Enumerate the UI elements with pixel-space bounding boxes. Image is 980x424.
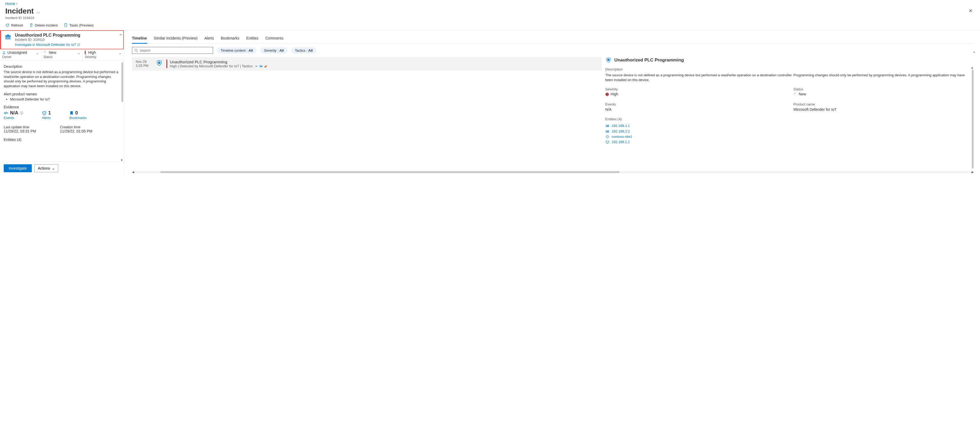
device-icon <box>605 140 609 144</box>
investigate-button[interactable]: Investigate <box>4 164 32 172</box>
collapse-left-icon[interactable]: « <box>120 32 122 36</box>
external-link-icon <box>77 43 80 46</box>
evidence-events[interactable]: N/A i Events <box>4 110 23 120</box>
svg-rect-29 <box>606 130 609 132</box>
svg-point-11 <box>135 49 137 51</box>
description-text: The source device is not defined as a pr… <box>4 70 120 88</box>
chevron-down-icon[interactable]: ⌄ <box>77 51 80 55</box>
svg-rect-30 <box>606 131 608 131</box>
svg-rect-34 <box>606 141 609 143</box>
tactic-lateral-icon <box>255 64 258 68</box>
evidence-bookmarks[interactable]: 0 Bookmarks <box>70 110 87 120</box>
toolbar: Refresh Delete incident Tasks (Preview) <box>0 22 980 30</box>
last-update-label: Last update time <box>4 125 36 129</box>
filter-timeline-content[interactable]: Timeline content : All <box>217 48 256 54</box>
site-icon <box>605 135 609 139</box>
refresh-button[interactable]: Refresh <box>5 23 23 27</box>
incident-id: Incident ID: 319410 <box>15 38 80 41</box>
tactic-execution-icon <box>259 64 263 68</box>
bookmark-icon <box>70 111 74 116</box>
status-row: Unassigned Owner ⌄ New Status ⌄ High Sev… <box>0 49 124 61</box>
horizontal-scrollbar[interactable]: ◀ ▶ <box>132 170 974 174</box>
events-icon <box>4 111 8 116</box>
last-update-value: 11/29/22, 03:31 PM <box>4 129 36 133</box>
breadcrumb: Home › <box>0 0 980 6</box>
tasks-button[interactable]: Tasks (Preview) <box>64 23 94 27</box>
svg-text:!: ! <box>608 59 609 61</box>
svg-text:!: ! <box>159 62 159 64</box>
detail-entities-label: Entities (4) <box>605 117 971 122</box>
tab-entities[interactable]: Entities <box>246 35 258 43</box>
trash-icon <box>29 23 33 27</box>
svg-rect-15 <box>260 65 262 67</box>
chevron-right-icon: › <box>16 2 17 6</box>
status-cell[interactable]: New Status ⌄ <box>41 49 83 60</box>
owner-cell[interactable]: Unassigned Owner ⌄ <box>0 49 41 60</box>
tactic-impact-icon <box>264 64 268 68</box>
creation-value: 11/29/22, 01:05 PM <box>60 129 92 133</box>
breadcrumb-home[interactable]: Home <box>5 2 15 6</box>
entity-item[interactable]: 192.168.2.2 <box>605 129 971 134</box>
detail-severity-label: Severity <box>605 87 783 92</box>
investigate-defender-link[interactable]: Investigate in Microsoft Defender for Io… <box>15 43 80 47</box>
more-icon[interactable]: ··· <box>36 10 40 15</box>
tab-bookmarks[interactable]: Bookmarks <box>221 35 239 43</box>
alert-product-item: Microsoft Defender for IoT <box>10 97 120 101</box>
scroll-right-arrow[interactable]: ▶ <box>972 170 974 174</box>
detail-events-label: Events <box>605 102 783 107</box>
detail-product-value: Microsoft Defender for IoT <box>794 107 971 112</box>
tab-alerts[interactable]: Alerts <box>204 35 214 43</box>
svg-rect-28 <box>606 125 608 126</box>
search-box[interactable] <box>132 47 213 54</box>
delete-incident-button[interactable]: Delete incident <box>29 23 58 27</box>
close-button[interactable]: ✕ <box>966 7 975 15</box>
shield-icon <box>42 111 47 116</box>
incident-main-panel: Timeline Similar incidents (Preview) Ale… <box>124 30 980 175</box>
incident-side-panel: « Unauthorized PLC Programming Incident … <box>0 30 124 175</box>
tab-comments[interactable]: Comments <box>265 35 283 43</box>
alert-timestamp: Nov 29 1:03 PM <box>136 60 152 68</box>
detail-status-label: Status <box>794 87 971 92</box>
status-new-icon <box>43 51 47 54</box>
severity-cell[interactable]: High Severity ⌄ <box>83 49 124 60</box>
scrollbar-thumb[interactable] <box>121 62 123 102</box>
entity-item[interactable]: 192.168.1.1 <box>605 123 971 129</box>
filter-tactics[interactable]: Tactics : All <box>291 48 317 54</box>
svg-line-26 <box>794 93 795 94</box>
search-input[interactable] <box>140 49 211 52</box>
alert-title: Unauthorized PLC Programming <box>170 60 598 64</box>
tab-similar-incidents[interactable]: Similar incidents (Preview) <box>154 35 198 43</box>
svg-line-12 <box>137 51 138 52</box>
severity-high-icon: ! <box>605 92 609 96</box>
entity-item[interactable]: contoso-site1 <box>605 134 971 140</box>
filter-severity[interactable]: Severity : All <box>260 48 287 54</box>
evidence-alerts[interactable]: 1 Alerts <box>42 110 51 120</box>
actions-button[interactable]: Actions ⌄ <box>35 164 58 172</box>
tab-bar: Timeline Similar incidents (Preview) Ale… <box>132 35 974 44</box>
detail-events-value: N/A <box>605 107 783 112</box>
severity-bar-icon <box>85 51 86 54</box>
chevron-down-icon: ⌄ <box>52 166 55 170</box>
incident-card[interactable]: « Unauthorized PLC Programming Incident … <box>0 30 124 49</box>
chevron-down-icon[interactable]: ⌄ <box>36 51 39 55</box>
alert-products-heading: Alert product names <box>4 92 120 96</box>
search-icon <box>134 49 138 52</box>
detail-product-label: Product name <box>794 102 971 107</box>
tab-timeline[interactable]: Timeline <box>132 35 147 44</box>
svg-rect-1 <box>65 23 66 24</box>
alert-shield-icon: ! <box>605 57 612 64</box>
status-new-icon <box>794 92 797 96</box>
detail-title: Unauthorized PLC Programming <box>614 57 684 63</box>
collapse-right-icon[interactable]: » <box>974 50 975 54</box>
ip-icon <box>605 129 609 133</box>
alert-detail-panel: » ▲ ! Unauthorized PLC Programming Descr… <box>601 57 974 175</box>
scroll-left-arrow[interactable]: ◀ <box>132 170 134 174</box>
timeline-alert-card[interactable]: Nov 29 1:03 PM ! Unauthorized PLC Progra… <box>132 57 601 71</box>
chevron-down-icon[interactable]: ⌄ <box>119 51 122 55</box>
svg-point-2 <box>3 51 5 52</box>
ip-icon <box>605 124 609 128</box>
alert-shield-icon: ! <box>156 60 163 67</box>
clipboard-icon <box>64 23 68 27</box>
entity-item[interactable]: 192.168.1.1 <box>605 140 971 145</box>
creation-label: Creation time <box>60 125 92 129</box>
